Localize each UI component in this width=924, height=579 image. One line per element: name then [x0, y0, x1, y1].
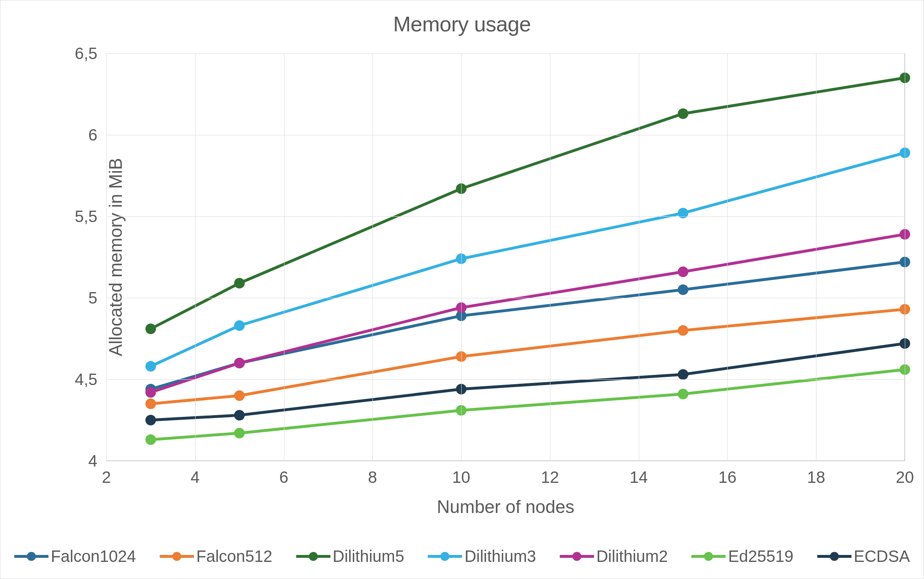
- series-marker: [234, 410, 245, 420]
- grid-line-h: [106, 216, 905, 217]
- chart-title: Memory usage: [0, 12, 924, 36]
- grid-line-h: [106, 461, 905, 461]
- series-marker: [145, 387, 156, 398]
- legend-item: Dilithium2: [560, 547, 668, 566]
- series-marker: [678, 284, 689, 295]
- legend-item: Falcon512: [160, 547, 273, 566]
- legend-swatch: [560, 555, 594, 558]
- grid-line-v: [461, 53, 462, 461]
- legend-swatch: [296, 555, 330, 558]
- x-axis-label: Number of nodes: [106, 497, 905, 517]
- grid-line-v: [195, 53, 196, 461]
- series-line: [151, 370, 905, 440]
- grid-line-h: [106, 135, 905, 135]
- grid-line-v: [639, 53, 639, 461]
- chart-lines-svg: [106, 53, 905, 461]
- series-marker: [145, 415, 156, 425]
- series-line: [151, 262, 905, 389]
- x-tick-label: 4: [191, 468, 200, 487]
- series-marker: [678, 325, 689, 336]
- legend-swatch: [428, 555, 462, 558]
- legend-swatch: [817, 555, 851, 558]
- grid-line-v: [727, 53, 728, 461]
- y-tick-label: 6,5: [75, 44, 97, 63]
- grid-line-v: [550, 53, 550, 461]
- legend-label: Falcon512: [196, 547, 273, 566]
- y-tick-label: 4,5: [75, 370, 97, 389]
- legend-item: Dilithium3: [428, 547, 536, 566]
- plot-area: 246810121416182044,555,566,5: [106, 53, 905, 461]
- series-marker: [678, 108, 689, 119]
- series-marker: [678, 266, 689, 277]
- y-tick-label: 5: [88, 289, 97, 307]
- series-marker: [145, 324, 156, 334]
- series-marker: [234, 428, 245, 438]
- legend: Falcon1024Falcon512Dilithium5Dilithium3D…: [0, 547, 924, 566]
- chart-container: Memory usage Allocated memory in MiB 246…: [0, 0, 924, 579]
- series-marker: [145, 434, 156, 445]
- y-tick-label: 4: [88, 452, 97, 470]
- x-tick-label: 14: [629, 468, 648, 487]
- legend-swatch: [14, 555, 48, 558]
- grid-line-h: [106, 298, 905, 298]
- grid-line-v: [905, 53, 905, 461]
- grid-line-v: [284, 53, 284, 461]
- legend-label: ECDSA: [854, 547, 910, 566]
- series-line: [151, 78, 905, 329]
- legend-item: Falcon1024: [14, 547, 136, 566]
- x-tick-label: 16: [718, 468, 737, 487]
- series-marker: [145, 361, 156, 372]
- x-tick-label: 8: [368, 468, 377, 487]
- series-line: [151, 234, 905, 392]
- series-marker: [678, 369, 689, 380]
- series-marker: [145, 398, 156, 409]
- grid-line-v: [372, 53, 373, 461]
- series-marker: [678, 389, 689, 399]
- x-tick-label: 2: [102, 468, 111, 487]
- legend-label: Dilithium3: [464, 547, 536, 566]
- legend-label: Falcon1024: [51, 547, 136, 566]
- series-marker: [234, 358, 245, 368]
- legend-label: Dilithium2: [596, 547, 668, 566]
- legend-item: Ed25519: [691, 547, 793, 566]
- x-tick-label: 12: [541, 468, 559, 487]
- legend-item: ECDSA: [817, 547, 910, 566]
- x-tick-label: 6: [279, 468, 288, 487]
- legend-swatch: [691, 555, 726, 558]
- grid-line-v: [816, 53, 816, 461]
- series-marker: [234, 278, 245, 288]
- legend-label: Ed25519: [728, 547, 793, 566]
- series-marker: [234, 390, 245, 401]
- y-tick-label: 6: [88, 126, 97, 144]
- legend-item: Dilithium5: [296, 547, 405, 566]
- series-line: [151, 153, 905, 366]
- grid-line-h: [106, 53, 905, 54]
- x-tick-label: 20: [896, 468, 914, 487]
- series-marker: [678, 208, 689, 218]
- grid-line-h: [106, 379, 905, 380]
- legend-swatch: [160, 555, 194, 558]
- legend-label: Dilithium5: [333, 547, 405, 566]
- x-tick-label: 18: [807, 468, 825, 487]
- x-tick-label: 10: [452, 468, 471, 487]
- series-marker: [234, 320, 245, 331]
- grid-line-v: [106, 53, 107, 461]
- y-tick-label: 5,5: [75, 207, 97, 226]
